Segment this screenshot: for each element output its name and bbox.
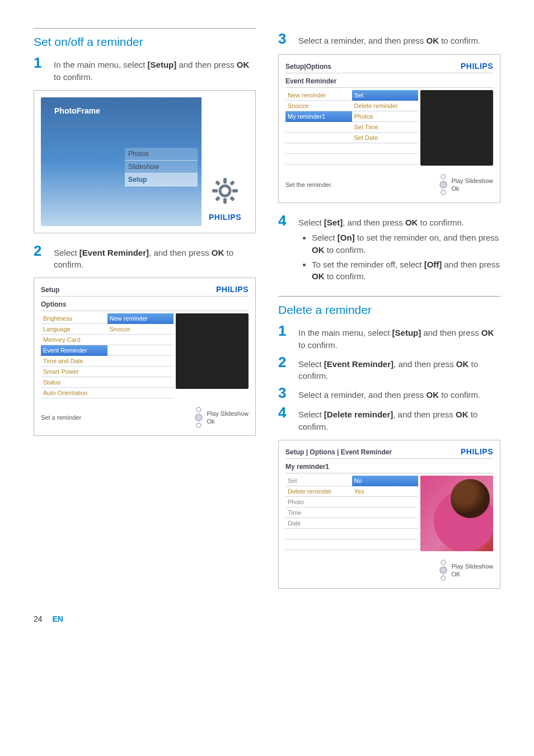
preview-pane bbox=[420, 476, 493, 551]
nav-circles-icon bbox=[439, 559, 448, 581]
svg-point-11 bbox=[196, 423, 201, 428]
svg-rect-1 bbox=[223, 178, 227, 184]
dstep-1: 1 In the main menu, select [Setup] and t… bbox=[278, 322, 500, 351]
step-number: 1 bbox=[34, 54, 44, 72]
act-set-time[interactable]: Set Time bbox=[352, 122, 419, 133]
step-text: Select [Event Reminder], and then press … bbox=[54, 247, 256, 271]
step-2: 2 Select [Event Reminder], and then pres… bbox=[34, 242, 256, 271]
d-photo[interactable]: Photo bbox=[285, 497, 352, 508]
svg-point-15 bbox=[441, 560, 446, 565]
dstep-4: 4 Select [Delete reminder], and then pre… bbox=[278, 404, 500, 433]
subheader: Options bbox=[41, 299, 249, 311]
subheader: My reminder1 bbox=[285, 461, 493, 473]
page-footer: 24 EN bbox=[34, 614, 500, 623]
step-number: 4 bbox=[278, 212, 288, 229]
step-number: 3 bbox=[278, 30, 288, 48]
play-slideshow-button[interactable]: Play Slideshow bbox=[451, 177, 493, 184]
brand-philips: PHILIPS bbox=[461, 447, 493, 456]
menu-item-slideshow[interactable]: Slideshow bbox=[125, 161, 198, 173]
svg-rect-2 bbox=[223, 198, 227, 204]
svg-rect-5 bbox=[215, 180, 221, 186]
play-slideshow-button[interactable]: Play Slideshow bbox=[451, 563, 493, 570]
brand-philips: PHILIPS bbox=[209, 213, 241, 222]
step-text: Select [Set], and then press OK to confi… bbox=[298, 217, 464, 229]
opt-status[interactable]: Status bbox=[41, 377, 107, 388]
opt-memory-card[interactable]: Memory Card bbox=[41, 335, 107, 345]
step-3: 3 Select a reminder, and then press OK t… bbox=[278, 30, 500, 48]
page-lang: EN bbox=[52, 614, 63, 623]
rem-my-reminder1[interactable]: My reminder1 bbox=[285, 111, 352, 122]
brand-philips: PHILIPS bbox=[461, 62, 493, 71]
d-delete-reminder[interactable]: Delete reminder bbox=[285, 486, 352, 497]
ok-button[interactable]: Ok bbox=[207, 418, 249, 425]
d-date[interactable]: Date bbox=[285, 518, 352, 529]
menu-item-setup[interactable]: Setup bbox=[125, 173, 198, 186]
d-yes[interactable]: Yes bbox=[352, 486, 419, 497]
step-4: 4 Select [Set], and then press OK to con… bbox=[278, 212, 500, 229]
act-photos[interactable]: Photos bbox=[352, 111, 419, 122]
sub-snooze[interactable]: Snooze bbox=[107, 324, 174, 335]
d-no[interactable]: No bbox=[352, 476, 419, 486]
step-number: 2 bbox=[34, 242, 44, 260]
step-1: 1 In the main menu, select [Setup] and t… bbox=[34, 54, 256, 83]
step-number: 4 bbox=[278, 404, 288, 421]
rem-snooze[interactable]: Snooze bbox=[285, 101, 352, 111]
step-number: 3 bbox=[278, 384, 288, 402]
play-slideshow-button[interactable]: Play Slideshow bbox=[207, 410, 249, 417]
screenshot-photoframe-menu: PhotoFrame Photos Slideshow Setup bbox=[34, 90, 256, 233]
screenshot-setup-options: Setup PHILIPS Options Brightness Languag… bbox=[34, 278, 256, 436]
dstep-3: 3 Select a reminder, and then press OK t… bbox=[278, 384, 500, 402]
svg-point-10 bbox=[195, 414, 202, 421]
brand-philips: PHILIPS bbox=[216, 285, 249, 294]
sub-new-reminder[interactable]: New reminder bbox=[107, 313, 174, 324]
rem-new-reminder[interactable]: New reminder bbox=[285, 90, 352, 101]
opt-smart-power[interactable]: Smart Power bbox=[41, 367, 107, 377]
section-delete-reminder: Delete a reminder bbox=[278, 296, 500, 317]
gear-icon bbox=[211, 177, 239, 205]
opt-time-date[interactable]: Time and Date bbox=[41, 356, 107, 367]
subheader: Event Reminder bbox=[285, 76, 493, 88]
opt-language[interactable]: Language bbox=[41, 324, 107, 335]
svg-point-0 bbox=[220, 186, 230, 196]
act-delete-reminder[interactable]: Delete reminder bbox=[352, 101, 419, 111]
breadcrumb: Setup | Options | Event Reminder bbox=[285, 448, 392, 456]
svg-point-16 bbox=[440, 567, 447, 574]
preview-pane bbox=[176, 313, 249, 389]
act-set[interactable]: Set bbox=[352, 90, 419, 101]
d-set[interactable]: Set bbox=[285, 476, 352, 486]
breadcrumb: Setup bbox=[41, 286, 59, 294]
step-text: Select a reminder, and then press OK to … bbox=[298, 35, 480, 47]
act-set-date[interactable]: Set Date bbox=[352, 133, 419, 143]
ok-button[interactable]: Ok bbox=[451, 185, 493, 192]
svg-point-12 bbox=[441, 175, 446, 179]
dstep-2: 2 Select [Event Reminder], and then pres… bbox=[278, 354, 500, 383]
opt-brightness[interactable]: Brightness bbox=[41, 313, 107, 324]
svg-point-13 bbox=[440, 181, 447, 188]
step-number: 1 bbox=[278, 322, 288, 340]
screenshot-delete-reminder: Setup | Options | Event Reminder PHILIPS… bbox=[278, 440, 500, 589]
footer-hint: Set a reminder bbox=[41, 414, 81, 421]
page-number: 24 bbox=[34, 614, 43, 623]
section-set-onoff: Set on/off a reminder bbox=[34, 28, 256, 49]
svg-point-9 bbox=[196, 407, 201, 412]
opt-event-reminder[interactable]: Event Reminder bbox=[41, 345, 107, 356]
svg-rect-3 bbox=[212, 189, 218, 192]
nav-circles-icon bbox=[439, 173, 448, 196]
svg-rect-7 bbox=[215, 196, 221, 201]
menu-item-photos[interactable]: Photos bbox=[125, 148, 198, 161]
d-time[interactable]: Time bbox=[285, 508, 352, 518]
svg-rect-6 bbox=[229, 180, 235, 186]
ok-button[interactable]: OK bbox=[451, 571, 493, 577]
preview-pane bbox=[420, 90, 493, 166]
svg-point-17 bbox=[441, 576, 446, 580]
svg-rect-8 bbox=[229, 196, 235, 201]
breadcrumb: Setup|Options bbox=[285, 63, 331, 71]
step-number: 2 bbox=[278, 354, 288, 371]
svg-point-14 bbox=[441, 190, 446, 195]
opt-auto-orientation[interactable]: Auto Orientation bbox=[41, 388, 107, 398]
nav-circles-icon bbox=[194, 406, 203, 429]
step4-bullets: Select [On] to set the reminder on, and … bbox=[312, 232, 500, 283]
screenshot-event-reminder: Setup|Options PHILIPS Event Reminder New… bbox=[278, 54, 500, 203]
step-text: In the main menu, select [Setup] and the… bbox=[54, 59, 256, 83]
svg-rect-4 bbox=[232, 189, 238, 192]
